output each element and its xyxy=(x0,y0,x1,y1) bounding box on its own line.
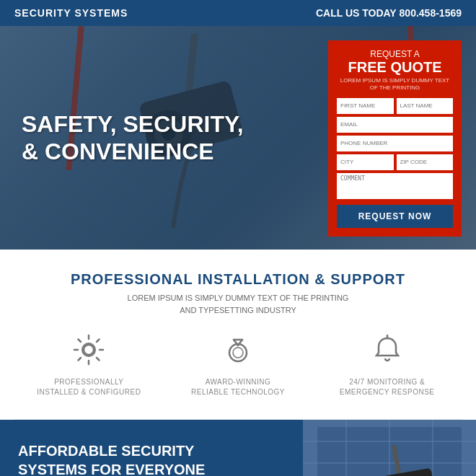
hero-headline: SAFETY, SECURITY, & CONVENIENCE xyxy=(22,110,244,166)
features-title: PROFESSIONAL INSTALLATION & SUPPORT xyxy=(14,271,462,288)
free-quote-label: FREE QUOTE xyxy=(337,59,453,75)
call-label: CALL US TODAY xyxy=(316,7,397,19)
bottom-image xyxy=(303,420,476,476)
bottom-section: AFFORDABLE SECURITY SYSTEMS FOR EVERYONE… xyxy=(0,420,476,476)
features-subtitle: LOREM IPSUM IS SIMPLY DUMMY TEXT OF THE … xyxy=(14,292,462,316)
bottom-camera-illustration xyxy=(303,420,476,476)
hero-text-block: SAFETY, SECURITY, & CONVENIENCE xyxy=(22,110,244,166)
form-lorem-text: LOREM IPSUM IS SIMPLY DUMMY TEXT OF THE … xyxy=(337,77,453,92)
name-row xyxy=(337,98,453,114)
site-logo: SECURITY SYSTEMS xyxy=(14,7,128,19)
request-a-label: REQUEST A xyxy=(337,49,453,59)
site-header: SECURITY SYSTEMS CALL US TODAY 800.458-1… xyxy=(0,0,476,26)
bottom-title: AFFORDABLE SECURITY SYSTEMS FOR EVERYONE xyxy=(18,441,285,476)
city-zip-row xyxy=(337,154,453,170)
features-section: PROFESSIONAL INSTALLATION & SUPPORT LORE… xyxy=(0,250,476,419)
last-name-input[interactable] xyxy=(397,98,454,114)
first-name-input[interactable] xyxy=(337,98,394,114)
quote-form-card: REQUEST A FREE QUOTE LOREM IPSUM IS SIMP… xyxy=(328,40,462,237)
logo-light: SYSTEMS xyxy=(71,7,128,19)
feature-label-0: PROFESSIONALLY INSTALLED & CONFIGURED xyxy=(37,377,141,397)
email-row xyxy=(337,117,453,133)
features-title-prefix: PROFESSIONAL xyxy=(71,271,193,287)
svg-point-6 xyxy=(229,344,247,361)
feature-item-0: PROFESSIONALLY INSTALLED & CONFIGURED xyxy=(14,334,164,397)
form-card-header: REQUEST A FREE QUOTE LOREM IPSUM IS SIMP… xyxy=(337,49,453,92)
phone-number: 800.458-1569 xyxy=(400,7,462,19)
bottom-title-bold: SECURITY xyxy=(121,443,194,459)
phone-row xyxy=(337,136,453,151)
bell-icon xyxy=(371,334,403,370)
zip-input[interactable] xyxy=(397,154,454,170)
comment-textarea[interactable] xyxy=(337,173,453,199)
svg-point-7 xyxy=(233,348,243,358)
feature-label-1: AWARD-WINNING RELIABLE TECHNOLOGY xyxy=(191,377,285,397)
svg-point-5 xyxy=(84,345,94,355)
features-title-suffix: INSTALLATION & SUPPORT xyxy=(193,271,405,287)
feature-label-2: 24/7 MONITORING & EMERGENCY RESPONSE xyxy=(340,377,435,397)
bottom-text-block: AFFORDABLE SECURITY SYSTEMS FOR EVERYONE… xyxy=(0,420,303,476)
request-now-button[interactable]: REQUEST NOW xyxy=(337,205,453,228)
hero-section: SAFETY, SECURITY, & CONVENIENCE REQUEST … xyxy=(0,26,476,250)
gear-icon xyxy=(73,334,105,370)
feature-item-2: 24/7 MONITORING & EMERGENCY RESPONSE xyxy=(312,334,462,397)
phone-input[interactable] xyxy=(337,136,453,151)
email-input[interactable] xyxy=(337,117,453,133)
city-input[interactable] xyxy=(337,154,394,170)
header-phone: CALL US TODAY 800.458-1569 xyxy=(316,7,462,19)
features-grid: PROFESSIONALLY INSTALLED & CONFIGURED AW… xyxy=(14,334,462,397)
feature-item-1: AWARD-WINNING RELIABLE TECHNOLOGY xyxy=(164,334,313,397)
logo-bold: SECURITY xyxy=(14,7,71,19)
medal-icon xyxy=(222,334,254,370)
